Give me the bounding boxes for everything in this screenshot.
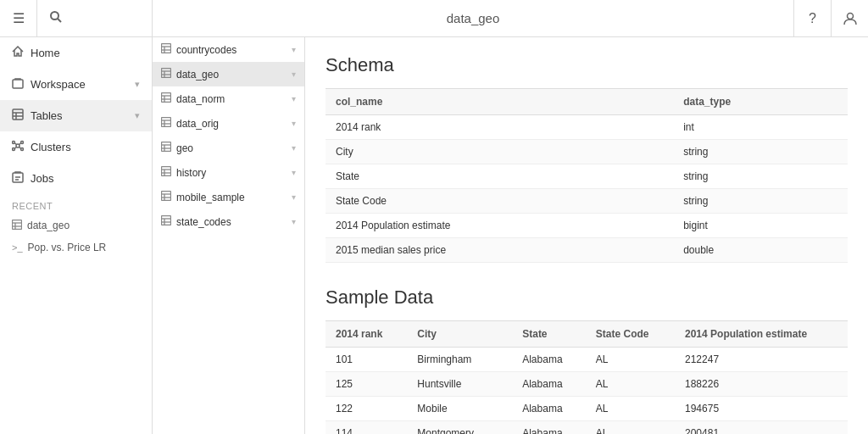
help-icon: ? (809, 11, 816, 26)
svg-rect-3 (13, 80, 23, 88)
tables-icon (12, 108, 24, 123)
sample-cell: 212247 (675, 348, 848, 372)
svg-line-16 (19, 147, 21, 149)
table-list-item[interactable]: data_geo ▾ (153, 62, 304, 86)
table-list-item[interactable]: geo ▾ (153, 136, 304, 160)
schema-cell: string (673, 164, 848, 189)
schema-row: Citystring (326, 140, 848, 164)
table-list-item[interactable]: data_orig ▾ (153, 111, 304, 136)
svg-point-10 (21, 142, 24, 144)
sample-table: 2014 rankCityStateState Code2014 Populat… (326, 320, 848, 434)
schema-cell: 2014 Population estimate (326, 214, 673, 238)
sidebar-item-workspace-label: Workspace (31, 78, 86, 91)
sidebar-item-workspace[interactable]: Workspace ▾ (0, 69, 152, 100)
recent-item-pop-vs-price-label: Pop. vs. Price LR (28, 242, 107, 253)
sidebar-item-jobs-label: Jobs (31, 172, 53, 185)
table-icon (161, 117, 171, 130)
sidebar-item-jobs[interactable]: Jobs (0, 163, 152, 194)
sidebar-item-home-label: Home (31, 47, 60, 59)
sample-col-header: City (407, 321, 512, 348)
table-list-label: data_norm (176, 93, 225, 105)
sample-cell: 101 (326, 348, 407, 372)
table-list-arrow: ▾ (292, 168, 296, 177)
recent-query-icon: >_ (12, 242, 23, 253)
sample-cell: Birmingham (407, 348, 512, 372)
recent-section-label: Recent (0, 194, 152, 214)
sample-cell: 122 (326, 397, 407, 421)
table-list-label: mobile_sample (176, 192, 245, 203)
table-icon (161, 92, 171, 105)
sample-cell: 114 (326, 421, 407, 435)
table-list-arrow: ▾ (292, 143, 296, 153)
topbar-right: ? (793, 0, 868, 37)
sample-cell: Alabama (512, 372, 586, 397)
table-list-label: countrycodes (176, 44, 236, 56)
sample-row: 122MobileAlabamaAL194675 (326, 397, 848, 421)
recent-item-pop-vs-price[interactable]: >_ Pop. vs. Price LR (0, 236, 152, 259)
sample-cell: Alabama (512, 348, 586, 372)
page-title: data_geo (153, 11, 793, 25)
menu-button[interactable]: ☰ (0, 0, 37, 37)
svg-point-11 (13, 148, 15, 151)
clusters-icon (12, 140, 24, 154)
svg-rect-24 (162, 44, 171, 53)
table-list-item[interactable]: state_codes ▾ (153, 209, 304, 234)
table-list-arrow: ▾ (292, 192, 296, 202)
topbar: ☰ data_geo ? (0, 0, 868, 37)
table-list-item[interactable]: countrycodes ▾ (153, 37, 304, 62)
search-button[interactable] (37, 0, 75, 37)
schema-cell: State (326, 164, 673, 189)
sample-cell: Alabama (512, 397, 586, 421)
svg-rect-52 (162, 216, 171, 225)
sidebar-item-home[interactable]: Home (0, 37, 152, 69)
sidebar: Home Workspace ▾ Tables ▾ Clusters (0, 37, 153, 434)
schema-col-name-header: col_name (326, 89, 673, 115)
schema-cell: string (673, 140, 848, 164)
help-button[interactable]: ? (793, 0, 831, 37)
sample-col-header: State (512, 321, 586, 348)
svg-rect-28 (162, 69, 171, 78)
recent-item-data-geo[interactable]: data_geo (0, 214, 152, 236)
sidebar-item-clusters[interactable]: Clusters (0, 131, 152, 163)
tables-arrow-icon: ▾ (135, 110, 140, 121)
svg-line-14 (19, 143, 21, 145)
svg-rect-44 (162, 167, 171, 176)
sample-row: 101BirminghamAlabamaAL212247 (326, 348, 848, 372)
table-list-arrow: ▾ (292, 70, 296, 79)
svg-rect-40 (162, 142, 171, 152)
sidebar-item-clusters-label: Clusters (31, 141, 71, 153)
svg-rect-36 (162, 118, 171, 127)
sample-title: Sample Data (326, 287, 848, 309)
sample-col-header: State Code (586, 321, 675, 348)
schema-cell: int (673, 115, 848, 140)
sample-cell: AL (586, 397, 675, 421)
table-list-arrow: ▾ (292, 45, 296, 54)
table-list-item[interactable]: data_norm ▾ (153, 86, 304, 111)
jobs-icon (12, 171, 24, 186)
table-list-label: history (176, 167, 206, 179)
table-list-label: state_codes (176, 216, 231, 228)
schema-table: col_name data_type 2014 rankintCitystrin… (326, 88, 848, 263)
schema-row: State Codestring (326, 189, 848, 214)
sample-cell: 125 (326, 372, 407, 397)
table-list-item[interactable]: history ▾ (153, 160, 304, 185)
workspace-icon (12, 77, 24, 92)
sample-cell: Huntsville (407, 372, 512, 397)
topbar-left: ☰ (0, 0, 153, 36)
table-icon (161, 191, 171, 203)
sample-row: 114MontgomeryAlabamaAL200481 (326, 421, 848, 435)
table-list-label: geo (176, 142, 193, 154)
table-list-item[interactable]: mobile_sample ▾ (153, 185, 304, 209)
svg-rect-48 (162, 192, 171, 201)
schema-data-type-header: data_type (673, 89, 848, 115)
sidebar-item-tables[interactable]: Tables ▾ (0, 100, 152, 131)
user-button[interactable] (831, 0, 868, 37)
svg-line-15 (15, 147, 17, 149)
svg-rect-32 (162, 93, 171, 103)
svg-point-12 (21, 148, 24, 151)
sample-cell: 200481 (675, 421, 848, 435)
sample-cell: Montgomery (407, 421, 512, 435)
sample-row: 125HuntsvilleAlabamaAL188226 (326, 372, 848, 397)
sample-cell: AL (586, 421, 675, 435)
sample-cell: Mobile (407, 397, 512, 421)
